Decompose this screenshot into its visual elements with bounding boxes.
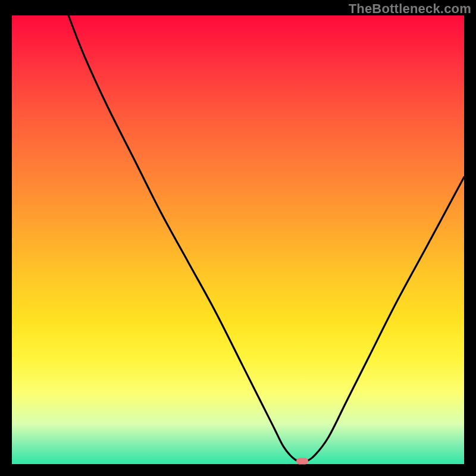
plot-area bbox=[12, 15, 464, 464]
chart-frame: TheBottleneck.com bbox=[0, 0, 476, 476]
optimal-point-marker bbox=[296, 458, 308, 465]
bottleneck-curve bbox=[12, 15, 464, 464]
watermark-text: TheBottleneck.com bbox=[349, 1, 471, 17]
